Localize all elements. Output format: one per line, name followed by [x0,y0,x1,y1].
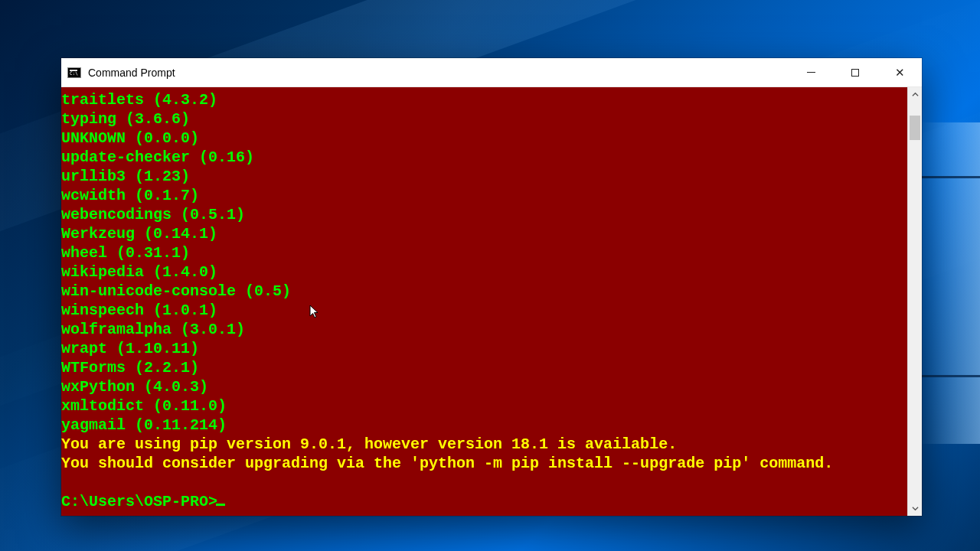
package-line: xmltodict (0.11.0) [61,396,907,416]
package-line: traitlets (4.3.2) [61,90,907,109]
package-line: urllib3 (1.23) [61,167,907,186]
pip-notice-line: You should consider upgrading via the 'p… [61,454,907,473]
package-line: yagmail (0.11.214) [61,416,907,435]
command-prompt-window: Command Prompt ✕ traitlets (4.3.2)typing… [61,58,922,516]
titlebar[interactable]: Command Prompt ✕ [61,58,922,87]
window-controls: ✕ [789,58,922,86]
package-line: wikipedia (1.4.0) [61,262,907,282]
package-line: webencodings (0.5.1) [61,205,907,224]
package-line: UNKNOWN (0.0.0) [61,129,907,148]
scroll-up-button[interactable] [908,87,922,102]
scroll-thumb[interactable] [910,116,920,140]
package-line: wcwidth (0.1.7) [61,186,907,205]
terminal-area: traitlets (4.3.2)typing (3.6.6)UNKNOWN (… [61,87,922,516]
package-line: update-checker (0.16) [61,148,907,167]
text-cursor [216,504,225,506]
package-line: win-unicode-console (0.5) [61,282,907,301]
terminal-output[interactable]: traitlets (4.3.2)typing (3.6.6)UNKNOWN (… [61,87,907,516]
package-line: WTForms (2.2.1) [61,358,907,377]
package-line: winspeech (1.0.1) [61,301,907,320]
package-line: wolframalpha (3.0.1) [61,320,907,339]
package-line: Werkzeug (0.14.1) [61,224,907,243]
close-button[interactable]: ✕ [877,58,922,86]
package-line: typing (3.6.6) [61,109,907,129]
chevron-up-icon [912,91,919,98]
scroll-down-button[interactable] [908,501,922,516]
scrollbar[interactable] [907,87,922,516]
prompt-line[interactable]: C:\Users\OSP-PRO> [61,492,907,511]
chevron-down-icon [912,505,919,512]
minimize-button[interactable] [789,58,833,86]
package-line: wrapt (1.10.11) [61,339,907,358]
maximize-button[interactable] [833,58,877,86]
pip-notice-line: You are using pip version 9.0.1, however… [61,435,907,454]
blank-line [61,473,907,492]
window-title: Command Prompt [88,67,175,79]
package-line: wheel (0.31.1) [61,243,907,262]
package-line: wxPython (4.0.3) [61,377,907,396]
desktop-bg-panel [919,122,980,444]
scroll-track[interactable] [908,102,922,501]
cmd-icon [67,67,81,78]
